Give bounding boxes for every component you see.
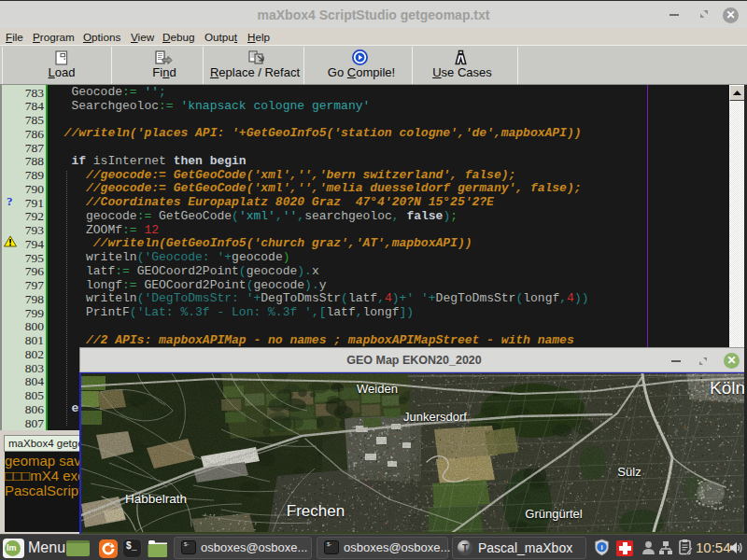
svg-text:Junkersdorf: Junkersdorf xyxy=(403,410,467,424)
svg-text:Sülz: Sülz xyxy=(617,465,641,479)
svg-text:?: ? xyxy=(7,195,13,207)
svg-text:Köln: Köln xyxy=(710,378,745,398)
svg-text:Weiden: Weiden xyxy=(357,382,398,396)
svg-text:i: i xyxy=(600,543,602,552)
svg-text:T: T xyxy=(462,543,468,553)
svg-text:Grüngürtel: Grüngürtel xyxy=(525,507,583,521)
svg-text:Habbelrath: Habbelrath xyxy=(125,492,187,506)
svg-text:Frechen: Frechen xyxy=(287,502,345,520)
